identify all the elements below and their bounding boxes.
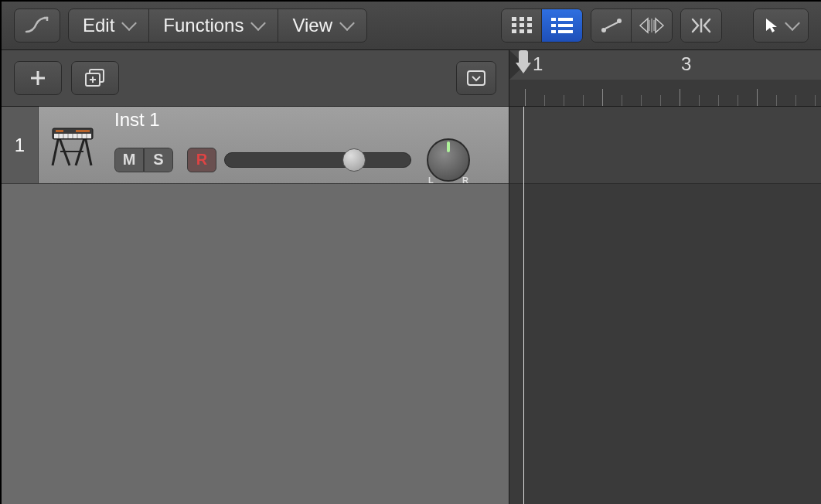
playhead[interactable] bbox=[516, 50, 531, 70]
arrange-track-lane[interactable] bbox=[509, 107, 821, 184]
svg-rect-8 bbox=[527, 29, 532, 33]
chevron-down-icon bbox=[251, 15, 267, 31]
svg-rect-12 bbox=[558, 24, 573, 27]
catch-playhead-button[interactable] bbox=[681, 9, 721, 42]
automation-button[interactable] bbox=[591, 9, 632, 42]
chevron-down-icon bbox=[121, 15, 137, 31]
ruler-marker: 1 bbox=[533, 53, 543, 75]
track-number: 1 bbox=[2, 107, 39, 183]
chevron-down-icon bbox=[785, 15, 800, 31]
main-area: 1 bbox=[2, 107, 821, 504]
menu-group: Edit Functions View bbox=[68, 9, 367, 43]
svg-rect-10 bbox=[558, 18, 573, 21]
list-view-button[interactable] bbox=[542, 9, 582, 42]
catch-playhead-icon bbox=[690, 17, 713, 34]
svg-rect-9 bbox=[551, 18, 556, 21]
keyboard-instrument-icon bbox=[48, 121, 97, 170]
ruler-marker: 3 bbox=[681, 53, 691, 75]
svg-rect-43 bbox=[56, 130, 63, 132]
dropdown-box-icon bbox=[466, 70, 486, 87]
pointer-tool-button[interactable] bbox=[754, 9, 808, 42]
svg-line-17 bbox=[605, 22, 618, 29]
solo-button[interactable]: S bbox=[144, 148, 173, 172]
volume-slider[interactable] bbox=[224, 152, 411, 168]
instrument-icon[interactable] bbox=[39, 107, 107, 183]
svg-rect-13 bbox=[551, 30, 556, 33]
automation-icon bbox=[600, 17, 623, 34]
automation-group bbox=[591, 9, 673, 43]
flex-button[interactable] bbox=[632, 9, 672, 42]
svg-rect-4 bbox=[520, 23, 524, 27]
automation-curve-icon bbox=[24, 16, 50, 35]
mute-button[interactable]: M bbox=[114, 148, 144, 172]
track-name[interactable]: Inst 1 bbox=[114, 109, 501, 131]
playhead-line bbox=[523, 107, 524, 504]
svg-rect-3 bbox=[512, 23, 516, 27]
duplicate-icon bbox=[83, 68, 107, 88]
tracks-window: Edit Functions View bbox=[0, 0, 821, 504]
grid-icon bbox=[512, 17, 532, 34]
grid-view-button[interactable] bbox=[502, 9, 542, 42]
svg-line-32 bbox=[85, 136, 91, 165]
menu-label: Edit bbox=[83, 15, 114, 36]
svg-rect-14 bbox=[558, 30, 573, 33]
track-header-config-button[interactable] bbox=[456, 61, 496, 95]
list-icon bbox=[551, 18, 573, 33]
menu-label: Functions bbox=[163, 15, 244, 36]
duplicate-track-button[interactable] bbox=[71, 61, 119, 95]
pan-right-label: R bbox=[462, 175, 468, 185]
pointer-icon bbox=[764, 17, 779, 34]
svg-rect-7 bbox=[520, 29, 524, 33]
menu-label: View bbox=[292, 15, 332, 36]
subheader: 1 3 bbox=[2, 50, 821, 107]
volume-thumb[interactable] bbox=[342, 148, 366, 172]
plus-icon bbox=[28, 68, 48, 88]
automation-curve-button[interactable] bbox=[14, 9, 60, 43]
track-header-controls bbox=[2, 50, 509, 106]
pan-left-label: L bbox=[428, 175, 434, 185]
catch-group bbox=[680, 9, 722, 43]
flex-icon bbox=[639, 17, 665, 34]
svg-line-29 bbox=[53, 136, 59, 165]
timeline-ruler[interactable]: 1 3 bbox=[509, 50, 821, 106]
view-menu[interactable]: View bbox=[278, 9, 366, 42]
edit-menu[interactable]: Edit bbox=[69, 9, 149, 42]
svg-rect-44 bbox=[76, 130, 90, 132]
svg-rect-0 bbox=[512, 17, 516, 21]
svg-rect-6 bbox=[512, 29, 516, 33]
add-track-button[interactable] bbox=[14, 61, 62, 95]
tool-group bbox=[753, 9, 809, 43]
svg-rect-11 bbox=[551, 24, 556, 27]
svg-rect-2 bbox=[527, 17, 532, 21]
chevron-down-icon bbox=[339, 15, 355, 31]
track-row[interactable]: 1 bbox=[2, 107, 509, 184]
svg-rect-1 bbox=[520, 17, 524, 21]
arrange-area[interactable] bbox=[509, 107, 821, 504]
track-list: 1 bbox=[2, 107, 509, 504]
view-mode-group bbox=[501, 9, 583, 43]
record-enable-button[interactable]: R bbox=[187, 148, 216, 172]
toolbar: Edit Functions View bbox=[2, 2, 821, 50]
functions-menu[interactable]: Functions bbox=[149, 9, 278, 42]
svg-rect-5 bbox=[527, 23, 532, 27]
pan-knob[interactable]: L R bbox=[427, 138, 470, 182]
svg-rect-28 bbox=[468, 71, 485, 85]
